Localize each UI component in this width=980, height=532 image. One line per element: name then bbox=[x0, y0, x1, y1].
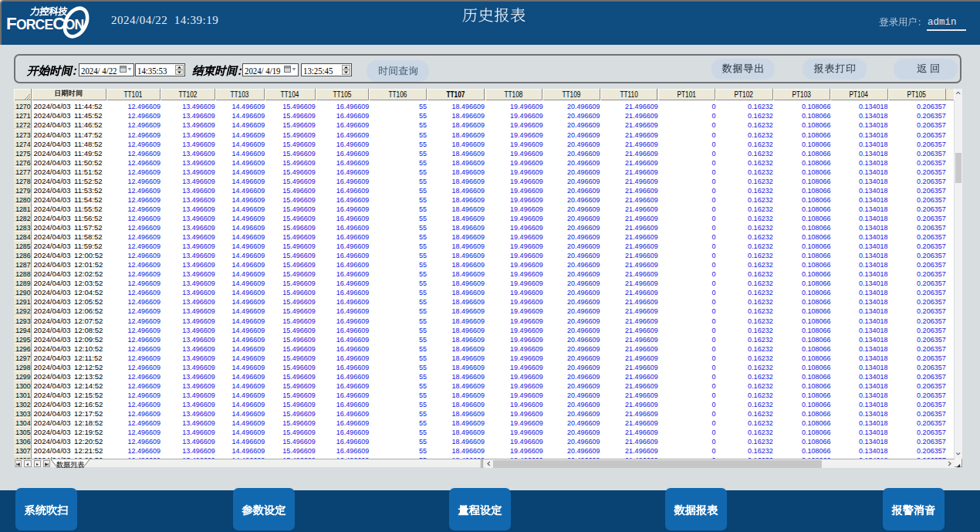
svg-text:FORCECON: FORCECON bbox=[6, 14, 84, 33]
